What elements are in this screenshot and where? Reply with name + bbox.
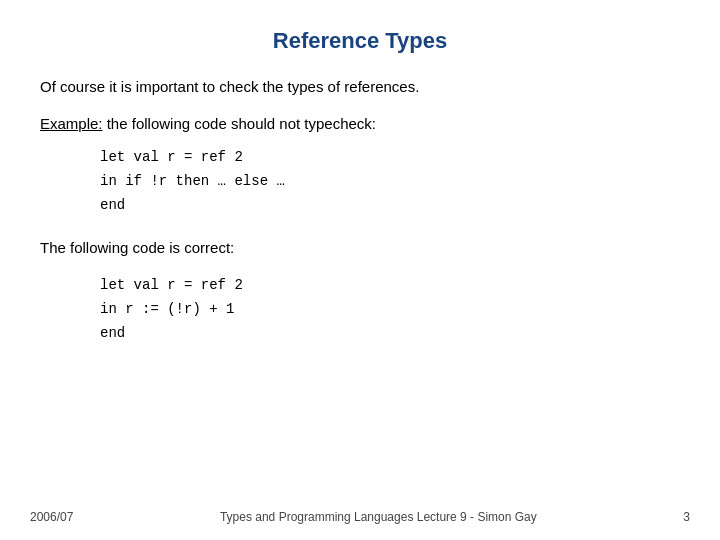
code-block-2: let val r = ref 2 in r := (!r) + 1 end: [100, 274, 680, 345]
footer: 2006/07 Types and Programming Languages …: [0, 510, 720, 524]
footer-course-title: Types and Programming Languages Lecture …: [220, 510, 537, 524]
example-label: Example: the following code should not t…: [40, 113, 680, 134]
intro-paragraph: Of course it is important to check the t…: [40, 76, 680, 97]
footer-page-number: 3: [683, 510, 690, 524]
footer-year: 2006/07: [30, 510, 73, 524]
code-line-1-2: in if !r then … else …: [100, 170, 680, 194]
code-block-1: let val r = ref 2 in if !r then … else ……: [100, 146, 680, 217]
code-line-1-3: end: [100, 194, 680, 218]
code-line-2-1: let val r = ref 2: [100, 274, 680, 298]
code-line-2-2: in r := (!r) + 1: [100, 298, 680, 322]
code-line-1-1: let val r = ref 2: [100, 146, 680, 170]
code-line-2-3: end: [100, 322, 680, 346]
correct-paragraph: The following code is correct:: [40, 237, 680, 258]
slide: Reference Types Of course it is importan…: [0, 0, 720, 540]
slide-title: Reference Types: [40, 28, 680, 54]
example-text: the following code should not typecheck:: [103, 115, 377, 132]
example-keyword: Example:: [40, 115, 103, 132]
